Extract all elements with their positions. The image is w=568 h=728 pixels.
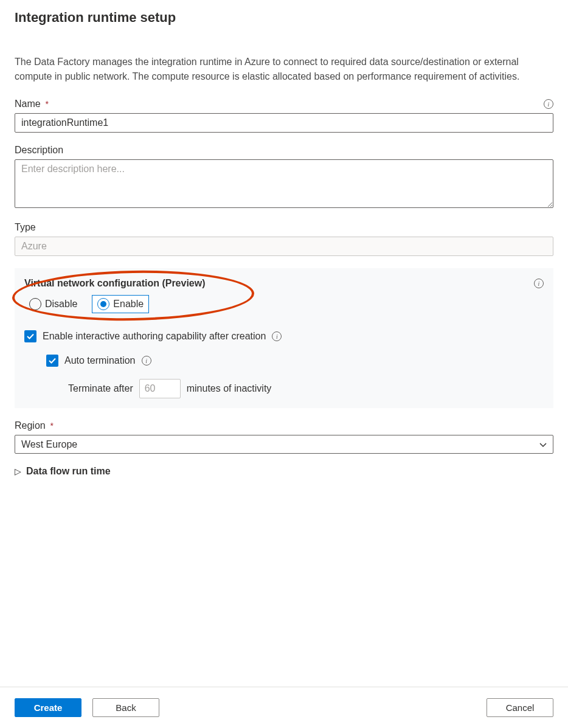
auto-termination-checkbox-row: Auto termination i	[46, 355, 544, 367]
vnet-title: Virtual network configuration (Preview)	[24, 278, 206, 289]
page-description: The Data Factory manages the integration…	[15, 55, 553, 84]
description-label: Description	[15, 145, 63, 156]
check-icon	[48, 356, 57, 365]
info-icon[interactable]: i	[544, 99, 553, 109]
data-flow-label: Data flow run time	[26, 466, 111, 477]
radio-enable[interactable]: Enable	[92, 295, 149, 313]
enable-interactive-checkbox[interactable]	[24, 330, 36, 342]
back-button[interactable]: Back	[92, 698, 159, 717]
info-icon[interactable]: i	[272, 331, 282, 341]
check-icon	[26, 332, 35, 341]
vnet-panel: Virtual network configuration (Preview) …	[15, 268, 553, 408]
terminate-after-input[interactable]	[139, 379, 181, 398]
radio-icon	[29, 298, 41, 310]
triangle-right-icon: ▷	[15, 466, 21, 476]
name-input[interactable]	[15, 113, 553, 133]
footer-bar: Create Back Cancel	[0, 687, 568, 728]
terminate-after-label-after: minutes of inactivity	[187, 383, 272, 394]
auto-termination-label: Auto termination	[64, 355, 136, 366]
info-icon[interactable]: i	[142, 356, 151, 366]
radio-icon	[97, 298, 109, 310]
info-icon[interactable]: i	[534, 279, 544, 288]
name-label: Name	[15, 99, 41, 109]
cancel-button[interactable]: Cancel	[487, 698, 553, 717]
region-select[interactable]: West Europe	[15, 435, 553, 454]
auto-termination-checkbox[interactable]	[46, 355, 58, 367]
radio-disable-label: Disable	[45, 299, 77, 310]
data-flow-disclosure[interactable]: ▷ Data flow run time	[15, 466, 553, 477]
required-asterisk: *	[46, 99, 49, 109]
region-label: Region	[15, 420, 46, 431]
type-label: Type	[15, 222, 36, 233]
radio-enable-label: Enable	[113, 299, 144, 310]
enable-interactive-checkbox-row: Enable interactive authoring capability …	[24, 330, 544, 342]
terminate-after-label-before: Terminate after	[68, 383, 133, 394]
description-input[interactable]	[15, 159, 553, 208]
radio-disable[interactable]: Disable	[24, 296, 82, 313]
type-input	[15, 237, 553, 256]
terminate-after-row: Terminate after minutes of inactivity	[68, 379, 544, 398]
enable-interactive-label: Enable interactive authoring capability …	[43, 331, 266, 342]
create-button[interactable]: Create	[15, 698, 81, 717]
page-title: Integration runtime setup	[15, 10, 553, 26]
required-asterisk: *	[50, 421, 54, 431]
